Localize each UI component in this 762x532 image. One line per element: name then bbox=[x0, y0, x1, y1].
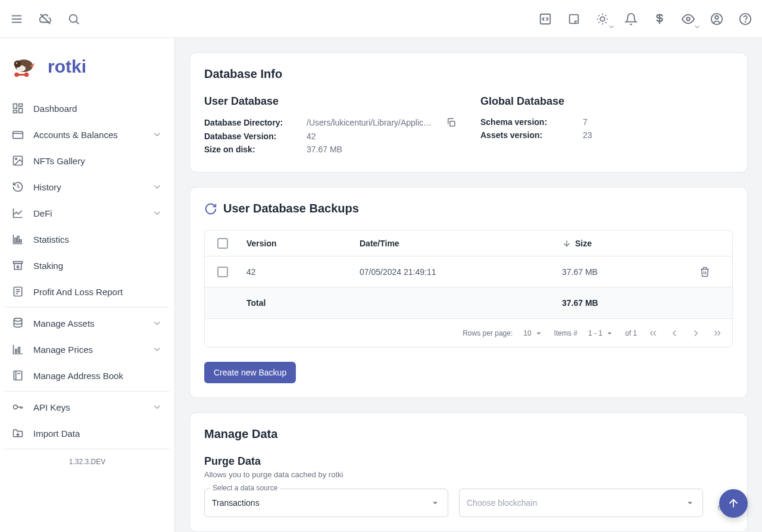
page-first-icon[interactable] bbox=[648, 328, 658, 339]
create-backup-button[interactable]: Create new Backup bbox=[204, 362, 296, 383]
note-icon[interactable] bbox=[567, 12, 581, 26]
svg-rect-37 bbox=[17, 236, 19, 242]
theme-icon[interactable] bbox=[595, 12, 610, 26]
menu-icon[interactable] bbox=[10, 12, 24, 26]
schema-version-label: Schema version: bbox=[480, 117, 576, 127]
sidebar-item-label: Manage Address Book bbox=[33, 371, 123, 381]
copy-icon[interactable] bbox=[446, 117, 457, 128]
sidebar-item-staking[interactable]: Staking bbox=[0, 252, 174, 278]
col-datetime[interactable]: Date/Time bbox=[354, 239, 556, 248]
search-icon[interactable] bbox=[67, 12, 81, 26]
svg-rect-36 bbox=[15, 238, 17, 242]
code-image-icon[interactable] bbox=[538, 12, 552, 26]
sidebar-item-label: NFTs Gallery bbox=[33, 156, 85, 166]
sidebar-item-dashboard[interactable]: Dashboard bbox=[0, 95, 174, 121]
db-directory-value: /Users/lukicenturi/Library/Applic… bbox=[307, 118, 439, 127]
sidebar-item-api-keys[interactable]: API Keys bbox=[0, 394, 174, 420]
book-icon bbox=[12, 370, 24, 381]
price-chart-icon bbox=[12, 343, 24, 355]
backups-title: User Database Backups bbox=[223, 202, 359, 215]
assets-version-label: Assets version: bbox=[480, 130, 576, 140]
of-label: of 1 bbox=[625, 329, 637, 337]
sidebar-item-nfts-gallery[interactable]: NFTs Gallery bbox=[0, 148, 174, 174]
sidebar-item-manage-assets[interactable]: Manage Assets bbox=[0, 310, 174, 336]
svg-point-52 bbox=[14, 405, 18, 409]
table-row: 42 07/05/2024 21:49:11 37.67 MB bbox=[205, 256, 732, 287]
svg-rect-7 bbox=[570, 14, 579, 23]
sidebar-item-label: History bbox=[33, 182, 61, 192]
rows-per-page-select[interactable]: 10 bbox=[523, 328, 543, 338]
assets-version-value: 23 bbox=[583, 130, 733, 140]
sidebar-item-history[interactable]: History bbox=[0, 174, 174, 200]
cloud-off-icon[interactable] bbox=[38, 12, 52, 26]
svg-point-24 bbox=[14, 61, 21, 68]
bell-icon[interactable] bbox=[624, 12, 638, 26]
schema-version-value: 7 bbox=[583, 117, 733, 127]
wallet-icon bbox=[12, 129, 24, 140]
col-size[interactable]: Size bbox=[556, 239, 687, 248]
svg-rect-38 bbox=[20, 240, 21, 242]
db-version-label: Database Version: bbox=[204, 132, 299, 141]
chart-line-icon bbox=[12, 207, 24, 219]
pagination: Rows per page: 10 Items # 1 - 1 of 1 bbox=[205, 318, 732, 347]
scroll-top-fab[interactable] bbox=[719, 489, 748, 518]
data-source-select[interactable]: Transactions bbox=[204, 489, 448, 517]
svg-rect-49 bbox=[14, 371, 21, 380]
account-icon[interactable] bbox=[710, 12, 724, 26]
sidebar-item-label: Manage Assets bbox=[33, 318, 95, 328]
row-checkbox[interactable] bbox=[217, 267, 228, 277]
global-db-title: Global Database bbox=[480, 95, 733, 108]
page-prev-icon[interactable] bbox=[669, 328, 680, 339]
sidebar-item-label: Accounts & Balances bbox=[33, 130, 118, 140]
svg-rect-47 bbox=[15, 349, 17, 352]
page-last-icon[interactable] bbox=[712, 328, 723, 339]
col-version[interactable]: Version bbox=[241, 239, 354, 248]
image-icon bbox=[12, 155, 24, 167]
sidebar-item-label: DeFi bbox=[33, 208, 52, 218]
nav-divider bbox=[5, 307, 170, 308]
key-icon bbox=[12, 401, 24, 413]
folder-in-icon bbox=[12, 427, 24, 439]
sidebar-item-label: Statistics bbox=[33, 234, 69, 245]
rows-per-page-label: Rows per page: bbox=[463, 329, 513, 337]
svg-point-20 bbox=[740, 13, 751, 24]
blockchain-select[interactable]: Choose blockchain bbox=[459, 489, 703, 517]
refresh-icon[interactable] bbox=[204, 202, 217, 215]
svg-rect-31 bbox=[19, 108, 23, 113]
svg-rect-29 bbox=[14, 104, 17, 109]
sidebar: rotki DashboardAccounts & BalancesNFTs G… bbox=[0, 38, 175, 532]
brand-logo-icon bbox=[10, 52, 38, 81]
svg-point-17 bbox=[686, 17, 690, 21]
svg-point-19 bbox=[715, 15, 719, 19]
sidebar-item-profit-and-loss-report[interactable]: Profit And Loss Report bbox=[0, 278, 174, 305]
dashboard-icon bbox=[12, 102, 24, 114]
items-range-select[interactable]: 1 - 1 bbox=[588, 328, 614, 338]
sidebar-item-label: Manage Prices bbox=[33, 345, 93, 355]
sidebar-item-statistics[interactable]: Statistics bbox=[0, 226, 174, 252]
sort-arrow-icon bbox=[562, 239, 572, 248]
svg-rect-32 bbox=[14, 110, 17, 112]
svg-line-12 bbox=[605, 22, 606, 23]
currency-icon[interactable] bbox=[652, 12, 667, 26]
privacy-icon[interactable] bbox=[681, 12, 695, 26]
svg-point-4 bbox=[70, 14, 77, 22]
svg-line-11 bbox=[598, 15, 599, 15]
backups-table: Version Date/Time Size 42 07/05/2024 21:… bbox=[204, 230, 733, 348]
svg-point-27 bbox=[14, 73, 19, 77]
chevron-down-icon bbox=[685, 497, 695, 508]
sidebar-item-manage-prices[interactable]: Manage Prices bbox=[0, 336, 174, 362]
sidebar-item-defi[interactable]: DeFi bbox=[0, 200, 174, 226]
page-next-icon[interactable] bbox=[691, 328, 701, 339]
sidebar-item-accounts-balances[interactable]: Accounts & Balances bbox=[0, 121, 174, 148]
svg-rect-48 bbox=[18, 348, 20, 352]
select-all-checkbox[interactable] bbox=[217, 238, 228, 249]
svg-line-16 bbox=[605, 15, 606, 15]
help-icon[interactable] bbox=[738, 12, 752, 26]
sidebar-item-manage-address-book[interactable]: Manage Address Book bbox=[0, 362, 174, 389]
delete-icon[interactable] bbox=[699, 267, 710, 277]
sidebar-item-import-data[interactable]: Import Data bbox=[0, 420, 174, 446]
row-version: 42 bbox=[241, 267, 354, 277]
purge-desc: Allows you to purge data cached by rotki bbox=[204, 470, 733, 479]
svg-point-35 bbox=[15, 158, 17, 160]
svg-rect-56 bbox=[450, 121, 455, 126]
